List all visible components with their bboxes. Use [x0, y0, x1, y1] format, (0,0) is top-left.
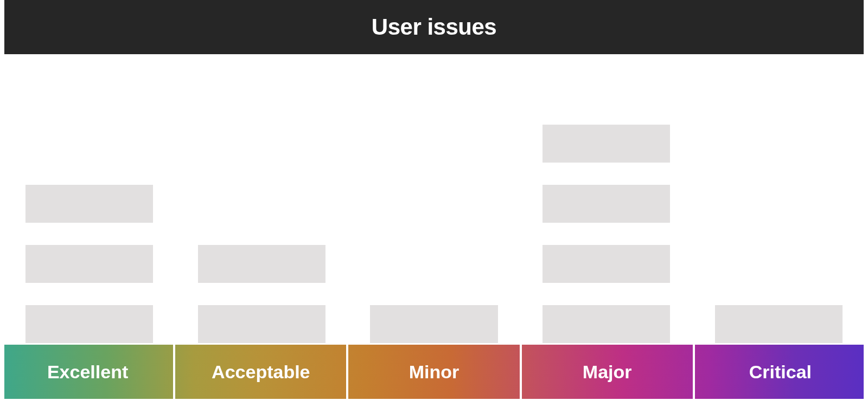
grid-cell-minor — [349, 175, 519, 232]
axis-label-minor: Minor — [350, 345, 517, 399]
grid-row — [4, 235, 864, 293]
axis-separator — [693, 345, 695, 399]
grid-cell-major — [521, 295, 692, 353]
grid-cell-major — [521, 235, 692, 293]
grid-cell-minor — [349, 235, 519, 293]
severity-axis: ExcellentAcceptableMinorMajorCritical — [4, 345, 864, 399]
axis-separator — [173, 345, 175, 399]
grid-row — [4, 295, 864, 353]
grid-cell-critical — [693, 175, 864, 232]
grid-cell-acceptable — [177, 235, 347, 293]
grid-cell-acceptable — [177, 54, 347, 112]
axis-label-excellent: Excellent — [4, 345, 171, 399]
grid-cell-acceptable — [177, 175, 347, 232]
grid-cell-minor — [349, 54, 519, 112]
severity-grid — [4, 54, 864, 345]
grid-cell-excellent — [4, 175, 175, 232]
page-title: User issues — [372, 14, 496, 40]
brick — [542, 245, 670, 283]
brick — [542, 125, 670, 163]
grid-cell-excellent — [4, 295, 175, 353]
header: User issues — [4, 0, 864, 54]
grid-cell-minor — [349, 295, 519, 353]
grid-cell-critical — [693, 295, 864, 353]
axis-separator — [346, 345, 348, 399]
brick — [542, 185, 670, 223]
brick — [715, 305, 843, 343]
axis-label-critical: Critical — [697, 345, 864, 399]
grid-cell-critical — [693, 235, 864, 293]
grid-cell-major — [521, 54, 692, 112]
brick — [198, 305, 326, 343]
grid-cell-critical — [693, 54, 864, 112]
grid-cell-acceptable — [177, 114, 347, 172]
grid-cell-excellent — [4, 235, 175, 293]
grid-row — [4, 54, 864, 112]
axis-label-acceptable: Acceptable — [177, 345, 344, 399]
brick — [542, 305, 670, 343]
grid-row — [4, 114, 864, 172]
brick — [25, 185, 153, 223]
grid-cell-acceptable — [177, 295, 347, 353]
grid-cell-major — [521, 175, 692, 232]
brick — [370, 305, 497, 343]
axis-separator — [520, 345, 522, 399]
grid-cell-major — [521, 114, 692, 172]
grid-cell-minor — [349, 114, 519, 172]
grid-cell-excellent — [4, 114, 175, 172]
brick — [25, 305, 153, 343]
brick — [25, 245, 153, 283]
axis-label-major: Major — [524, 345, 691, 399]
page: User issues ExcellentAcceptableMinorMajo… — [0, 0, 868, 407]
grid-cell-critical — [693, 114, 864, 172]
grid-cell-excellent — [4, 54, 175, 112]
brick — [198, 245, 326, 283]
grid-row — [4, 175, 864, 232]
